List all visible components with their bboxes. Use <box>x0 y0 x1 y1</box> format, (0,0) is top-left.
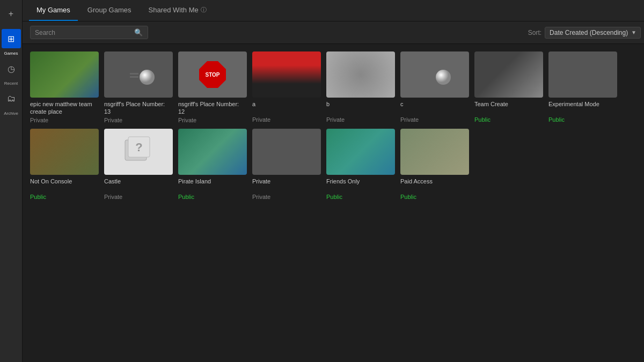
game-title-c: c <box>400 100 469 115</box>
game-title-paidaccess: Paid Access <box>400 178 469 193</box>
sidebar: + ⊞ Games ◷ Recent 🗂 Archive <box>0 0 23 362</box>
svg-rect-4 <box>426 73 435 75</box>
game-status-experimental: Public <box>548 116 617 123</box>
tab-shared-with-me[interactable]: Shared With Me ⓘ <box>141 0 214 21</box>
game-card-epic[interactable]: epic new matthew team create placePrivat… <box>30 51 99 123</box>
game-card-nsgriff13[interactable]: nsgriff's Place Number: 13Private <box>104 51 173 123</box>
svg-rect-2 <box>130 76 138 78</box>
game-status-nsgriff13: Private <box>104 117 173 123</box>
game-status-castle: Private <box>104 194 173 200</box>
sort-wrap: Sort: Date Created (Descending) Date Cre… <box>528 27 636 39</box>
game-title-pirateisland: Pirate Island <box>178 178 247 193</box>
new-icon[interactable]: + <box>2 4 21 24</box>
game-status-friendsonly: Public <box>326 194 395 200</box>
game-card-friendsonly[interactable]: Friends OnlyPublic <box>326 129 395 200</box>
svg-text:?: ? <box>135 141 142 154</box>
game-status-pirateisland: Public <box>178 194 247 200</box>
game-card-c[interactable]: cPrivate <box>400 51 469 123</box>
svg-point-3 <box>436 70 451 85</box>
game-card-pirateisland[interactable]: Pirate IslandPublic <box>178 129 247 200</box>
game-status-nsgriff12: Private <box>178 117 247 123</box>
game-card-paidaccess[interactable]: Paid AccessPublic <box>400 129 469 200</box>
game-thumb-experimental <box>548 51 617 98</box>
svg-rect-5 <box>426 76 435 78</box>
game-status-c: Private <box>400 116 469 123</box>
search-input[interactable] <box>35 29 134 36</box>
game-thumb-c <box>400 51 469 98</box>
sidebar-item-recent[interactable]: ◷ Recent <box>0 59 22 86</box>
sidebar-item-archive[interactable]: 🗂 Archive <box>0 89 22 116</box>
game-title-notonconsole: Not On Console <box>30 178 99 193</box>
search-icon: 🔍 <box>134 28 143 36</box>
tab-my-games[interactable]: My Games <box>29 0 78 21</box>
game-thumb-notonconsole <box>30 129 99 175</box>
games-label: Games <box>4 51 18 56</box>
game-status-epic: Private <box>30 117 99 123</box>
game-status-b: Private <box>326 116 395 123</box>
games-grid-area: epic new matthew team create placePrivat… <box>23 44 644 362</box>
main-panel: My Games Group Games Shared With Me ⓘ 🔍 … <box>23 0 644 362</box>
game-title-castle: Castle <box>104 178 173 193</box>
game-thumb-teamcreate <box>474 51 543 98</box>
game-title-private2: Private <box>252 178 321 193</box>
game-thumb-nsgriff13 <box>104 51 173 98</box>
tab-group-games[interactable]: Group Games <box>80 0 139 21</box>
shared-help-icon: ⓘ <box>201 6 207 14</box>
game-title-b: b <box>326 100 395 115</box>
game-status-private2: Private <box>252 194 321 200</box>
game-thumb-paidaccess <box>400 129 469 175</box>
games-icon[interactable]: ⊞ <box>2 29 21 48</box>
game-card-experimental[interactable]: Experimental ModePublic <box>548 51 617 123</box>
game-status-a: Private <box>252 116 321 123</box>
game-thumb-a <box>252 51 321 98</box>
game-title-nsgriff12: nsgriff's Place Number: 12 <box>178 100 247 116</box>
archive-icon[interactable]: 🗂 <box>2 89 21 108</box>
tabs-bar: My Games Group Games Shared With Me ⓘ <box>23 0 644 21</box>
game-title-nsgriff13: nsgriff's Place Number: 13 <box>104 100 173 116</box>
game-card-notonconsole[interactable]: Not On ConsolePublic <box>30 129 99 200</box>
recent-label: Recent <box>4 81 18 86</box>
game-thumb-pirateisland <box>178 129 247 175</box>
game-card-a[interactable]: aPrivate <box>252 51 321 123</box>
game-card-private2[interactable]: PrivatePrivate <box>252 129 321 200</box>
game-status-notonconsole: Public <box>30 194 99 200</box>
castle-placeholder-icon: ? <box>120 134 157 169</box>
stop-sign: STOP <box>199 61 226 88</box>
game-thumb-friendsonly <box>326 129 395 175</box>
sphere-icon <box>104 51 173 98</box>
game-thumb-epic <box>30 51 99 98</box>
game-card-teamcreate[interactable]: Team CreatePublic <box>474 51 543 123</box>
game-status-paidaccess: Public <box>400 194 469 200</box>
sort-select[interactable]: Date Created (Descending) Date Created (… <box>545 27 641 39</box>
game-title-a: a <box>252 100 321 115</box>
game-title-friendsonly: Friends Only <box>326 178 395 193</box>
game-card-b[interactable]: bPrivate <box>326 51 395 123</box>
svg-point-0 <box>140 70 155 85</box>
game-thumb-private2 <box>252 129 321 175</box>
search-wrap[interactable]: 🔍 <box>30 26 148 39</box>
game-thumb-nsgriff12: STOP <box>178 51 247 98</box>
game-card-nsgriff12[interactable]: STOPnsgriff's Place Number: 12Private <box>178 51 247 123</box>
game-title-experimental: Experimental Mode <box>548 100 617 115</box>
sphere-icon <box>400 51 469 98</box>
games-grid: epic new matthew team create placePrivat… <box>30 51 636 200</box>
toolbar: 🔍 Sort: Date Created (Descending) Date C… <box>23 21 644 44</box>
game-card-castle[interactable]: ?CastlePrivate <box>104 129 173 200</box>
sidebar-item-games[interactable]: ⊞ Games <box>0 29 22 56</box>
game-title-teamcreate: Team Create <box>474 100 543 115</box>
archive-label: Archive <box>4 111 18 116</box>
svg-rect-1 <box>130 73 138 75</box>
game-thumb-castle: ? <box>104 129 173 175</box>
recent-icon[interactable]: ◷ <box>2 59 21 78</box>
game-thumb-b <box>326 51 395 98</box>
game-title-epic: epic new matthew team create place <box>30 100 99 116</box>
sidebar-item-new[interactable]: + <box>0 4 22 26</box>
sort-label: Sort: <box>528 29 541 36</box>
game-status-teamcreate: Public <box>474 116 543 123</box>
